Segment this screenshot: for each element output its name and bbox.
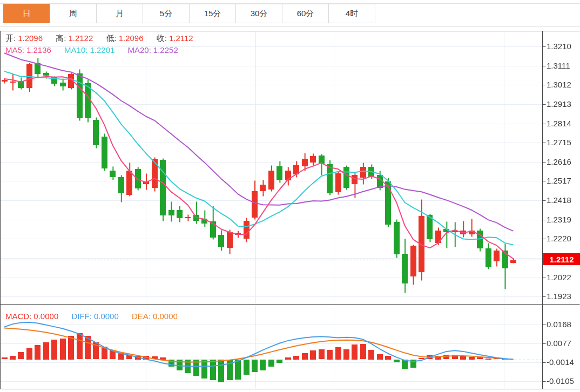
price-axis-label: 1.1923: [547, 292, 571, 301]
tab-60min[interactable]: 60分: [282, 4, 329, 23]
close-value: 1.2112: [169, 33, 193, 43]
open-label: 开:: [5, 33, 16, 43]
macd-label: MACD:: [5, 312, 31, 321]
macd-value: 0.0000: [33, 312, 58, 321]
high-label: 高:: [56, 33, 66, 43]
price-axis-label: 1.2517: [547, 177, 571, 185]
high-value: 1.2122: [68, 33, 93, 43]
price-axis-label: 1.3012: [547, 80, 571, 89]
macd-axis-label: -0.0014: [547, 358, 574, 367]
macd-axis-label: 0.0168: [547, 320, 571, 329]
ohlc-row: 开:1.2096 高:1.2122 低:1.2096 收:1.2112: [5, 33, 195, 44]
low-label: 低:: [106, 33, 116, 43]
macd-header-row: MACD:0.0000 DIFF:0.0000 DEA:0.0000: [5, 312, 180, 321]
open-value: 1.2096: [18, 33, 43, 43]
ma5-label: MA5:: [5, 45, 24, 55]
tab-30min[interactable]: 30分: [235, 4, 282, 23]
kline-chart-canvas: [0, 0, 580, 392]
low-value: 1.2096: [119, 33, 144, 43]
tab-day[interactable]: 日: [3, 4, 50, 23]
macd-axis-label: 0.0077: [547, 339, 571, 348]
ma20-value: 1.2252: [153, 45, 178, 55]
tab-week[interactable]: 周: [50, 4, 97, 23]
ma10-value: 1.2201: [90, 45, 114, 55]
tab-4hour[interactable]: 4时: [328, 4, 375, 23]
tab-5min[interactable]: 5分: [143, 4, 190, 23]
ma-row: MA5:1.2136 MA10:1.2201 MA20:1.2252: [5, 45, 180, 55]
tab-15min[interactable]: 15分: [189, 4, 236, 23]
macd-axis-label: -0.0105: [547, 377, 574, 386]
price-axis-label: 1.2616: [547, 158, 571, 166]
close-label: 收:: [157, 33, 167, 43]
price-axis-label: 1.3111: [547, 62, 570, 70]
price-axis-label: 1.2715: [547, 138, 571, 147]
ma10-label: MA10:: [64, 45, 87, 55]
dea-label: DEA:: [132, 312, 151, 321]
price-axis-label: 1.2913: [547, 100, 571, 109]
dea-value: 0.0000: [153, 312, 178, 321]
diff-label: DIFF:: [71, 312, 92, 321]
price-axis-label: 1.2022: [547, 273, 571, 282]
timeframe-tabbar: 日周月5分15分30分60分4时: [4, 4, 375, 23]
price-axis-label: 1.3210: [547, 42, 571, 51]
diff-value: 0.0000: [94, 312, 119, 321]
ma5-value: 1.2136: [26, 45, 51, 55]
tabbar-bottom-divider: [0, 26, 580, 27]
tab-month[interactable]: 月: [96, 4, 143, 23]
price-axis-label: 1.2220: [547, 234, 571, 243]
price-axis-label: 1.2418: [547, 196, 571, 205]
price-axis-label: 1.2814: [547, 119, 571, 128]
ma20-label: MA20:: [128, 45, 151, 55]
current-price-tag: 1.2112: [543, 253, 580, 265]
price-axis-label: 1.2319: [547, 215, 571, 224]
